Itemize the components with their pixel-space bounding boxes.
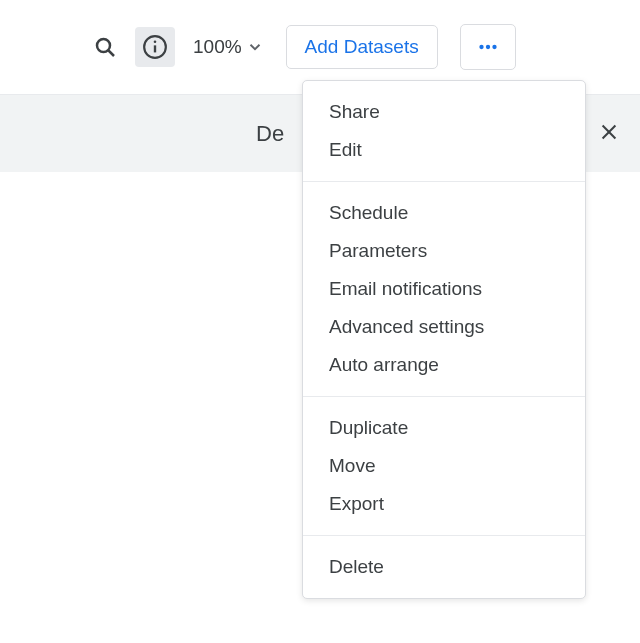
menu-item-delete[interactable]: Delete (303, 548, 585, 586)
info-button[interactable] (135, 27, 175, 67)
zoom-level-text: 100% (193, 36, 242, 58)
info-icon (142, 34, 168, 60)
svg-point-5 (479, 45, 483, 49)
search-button[interactable] (85, 27, 125, 67)
menu-item-edit[interactable]: Edit (303, 131, 585, 169)
close-icon (598, 121, 620, 143)
menu-item-schedule[interactable]: Schedule (303, 194, 585, 232)
svg-point-4 (154, 41, 157, 44)
menu-item-duplicate[interactable]: Duplicate (303, 409, 585, 447)
menu-group: Duplicate Move Export (303, 397, 585, 536)
menu-item-parameters[interactable]: Parameters (303, 232, 585, 270)
svg-line-1 (109, 51, 115, 57)
chevron-down-icon (246, 38, 264, 56)
menu-item-share[interactable]: Share (303, 93, 585, 131)
svg-point-6 (486, 45, 490, 49)
svg-point-0 (97, 39, 110, 52)
more-options-button[interactable] (460, 24, 516, 70)
menu-item-advanced-settings[interactable]: Advanced settings (303, 308, 585, 346)
menu-item-move[interactable]: Move (303, 447, 585, 485)
menu-group: Share Edit (303, 81, 585, 182)
menu-item-auto-arrange[interactable]: Auto arrange (303, 346, 585, 384)
menu-group: Schedule Parameters Email notifications … (303, 182, 585, 397)
search-icon (93, 35, 117, 59)
more-options-menu: Share Edit Schedule Parameters Email not… (302, 80, 586, 599)
more-horizontal-icon (475, 34, 501, 60)
svg-point-7 (492, 45, 496, 49)
menu-group: Delete (303, 536, 585, 598)
close-button[interactable] (598, 121, 620, 147)
zoom-control[interactable]: 100% (193, 36, 264, 58)
add-datasets-button[interactable]: Add Datasets (286, 25, 438, 69)
menu-item-export[interactable]: Export (303, 485, 585, 523)
subheader-title: De (256, 121, 284, 147)
menu-item-email-notifications[interactable]: Email notifications (303, 270, 585, 308)
